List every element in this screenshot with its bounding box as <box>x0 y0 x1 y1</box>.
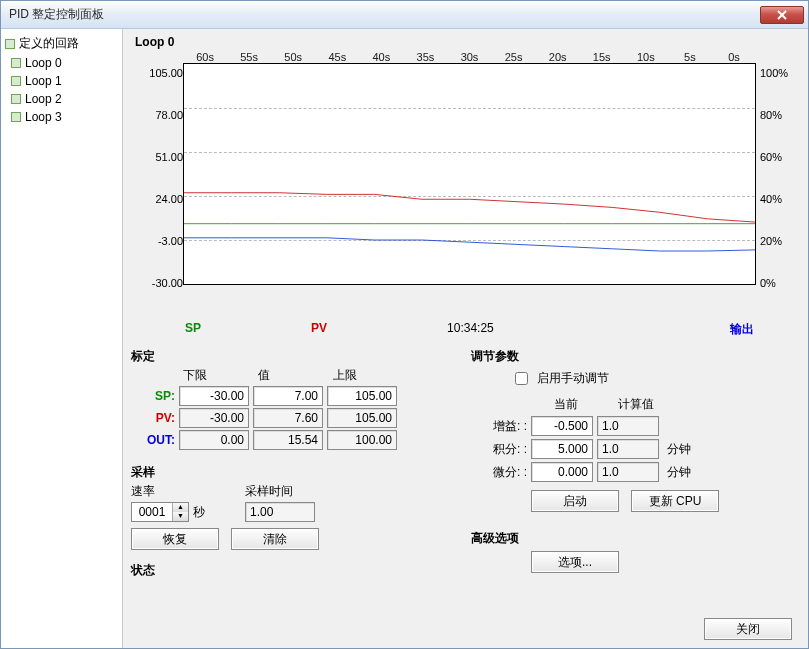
scaling-col-val: 值 <box>254 367 329 384</box>
pv-lo-field <box>179 408 249 428</box>
sidebar-item-loop-1[interactable]: Loop 1 <box>3 72 120 90</box>
y-right-tick: 40% <box>756 193 798 235</box>
close-icon <box>776 10 788 20</box>
rate-input[interactable] <box>132 503 172 521</box>
sidebar-item-loop-3[interactable]: Loop 3 <box>3 108 120 126</box>
y-left-tick: 24.00 <box>131 193 183 235</box>
y-left-tick: 105.00 <box>131 67 183 109</box>
x-tick: 30s <box>447 51 491 63</box>
pv-hi-field <box>327 408 397 428</box>
pv-val-field <box>253 408 323 428</box>
y-right-tick: 60% <box>756 151 798 193</box>
derivative-current-input[interactable] <box>531 462 593 482</box>
start-button[interactable]: 启动 <box>531 490 619 512</box>
x-tick: 0s <box>712 51 756 63</box>
sidebar-item-loop-2[interactable]: Loop 2 <box>3 90 120 108</box>
gain-label: 增益: : <box>471 418 531 435</box>
integral-label: 积分: : <box>471 441 531 458</box>
loop-status-icon <box>11 94 21 104</box>
sidebar-item-label: Loop 2 <box>25 92 62 106</box>
sampling-title: 采样 <box>131 464 431 481</box>
sidebar-item-label: Loop 1 <box>25 74 62 88</box>
sample-time-label: 采样时间 <box>245 483 315 500</box>
window-title: PID 整定控制面板 <box>5 6 760 23</box>
sidebar-item-label: Loop 0 <box>25 56 62 70</box>
legend-sp: SP <box>185 321 201 338</box>
x-tick: 45s <box>315 51 359 63</box>
y-right-tick: 100% <box>756 67 798 109</box>
titlebar[interactable]: PID 整定控制面板 <box>1 1 808 29</box>
trend-chart: 105.0078.0051.0024.00-3.00-30.00 60s55s5… <box>131 51 798 319</box>
status-title: 状态 <box>131 562 431 579</box>
legend-output: 输出 <box>730 321 796 338</box>
loop-status-icon <box>5 39 15 49</box>
update-cpu-button[interactable]: 更新 CPU <box>631 490 719 512</box>
tuning-col-calc: 计算值 <box>601 396 671 413</box>
x-tick: 60s <box>183 51 227 63</box>
pid-panel-window: PID 整定控制面板 定义的回路 Loop 0Loop 1Loop 2Loop … <box>0 0 809 649</box>
legend-pv: PV <box>311 321 327 338</box>
window-close-button[interactable] <box>760 6 804 24</box>
gain-current-input[interactable] <box>531 416 593 436</box>
series-out_pct <box>184 238 755 251</box>
y-right-tick: 20% <box>756 235 798 277</box>
gain-calc-field <box>597 416 659 436</box>
chart-legend: SP PV 10:34:25 输出 <box>131 319 798 344</box>
x-tick: 5s <box>668 51 712 63</box>
loop-status-icon <box>11 76 21 86</box>
sp-hi-input[interactable] <box>327 386 397 406</box>
sidebar-item-label: Loop 3 <box>25 110 62 124</box>
integral-unit: 分钟 <box>659 441 695 458</box>
sidebar-item-loop-0[interactable]: Loop 0 <box>3 54 120 72</box>
series-pv <box>184 193 755 222</box>
x-tick: 40s <box>359 51 403 63</box>
integral-calc-field <box>597 439 659 459</box>
advanced-title: 高级选项 <box>471 530 798 547</box>
sidebar-header: 定义的回路 <box>3 33 120 54</box>
x-tick: 25s <box>492 51 536 63</box>
sample-time-field <box>245 502 315 522</box>
y-left-tick: 51.00 <box>131 151 183 193</box>
derivative-calc-field <box>597 462 659 482</box>
y-left-tick: -30.00 <box>131 277 183 319</box>
resume-button[interactable]: 恢复 <box>131 528 219 550</box>
y-right-tick: 0% <box>756 277 798 319</box>
x-tick: 35s <box>403 51 447 63</box>
rate-unit: 秒 <box>193 504 205 521</box>
derivative-label: 微分: : <box>471 464 531 481</box>
y-left-tick: -3.00 <box>131 235 183 277</box>
x-tick: 10s <box>624 51 668 63</box>
manual-tune-checkbox[interactable] <box>515 372 528 385</box>
loop-title: Loop 0 <box>131 35 798 49</box>
scaling-col-lo: 下限 <box>179 367 254 384</box>
scaling-col-hi: 上限 <box>329 367 404 384</box>
out-hi-field <box>327 430 397 450</box>
derivative-unit: 分钟 <box>659 464 695 481</box>
out-label: OUT: <box>131 433 179 447</box>
sp-lo-input[interactable] <box>179 386 249 406</box>
rate-up-icon[interactable]: ▲ <box>173 503 188 512</box>
integral-current-input[interactable] <box>531 439 593 459</box>
close-button[interactable]: 关闭 <box>704 618 792 640</box>
tuning-title: 调节参数 <box>471 348 798 365</box>
out-lo-field <box>179 430 249 450</box>
rate-label: 速率 <box>131 483 205 500</box>
x-tick: 15s <box>580 51 624 63</box>
x-tick: 50s <box>271 51 315 63</box>
rate-down-icon[interactable]: ▼ <box>173 512 188 521</box>
out-val-field <box>253 430 323 450</box>
scaling-title: 标定 <box>131 348 431 365</box>
sp-label: SP: <box>131 389 179 403</box>
tuning-col-current: 当前 <box>531 396 601 413</box>
y-right-tick: 80% <box>756 109 798 151</box>
options-button[interactable]: 选项... <box>531 551 619 573</box>
legend-timestamp: 10:34:25 <box>447 321 494 338</box>
clear-button[interactable]: 清除 <box>231 528 319 550</box>
sidebar-header-label: 定义的回路 <box>19 35 79 52</box>
x-tick: 55s <box>227 51 271 63</box>
sp-val-input[interactable] <box>253 386 323 406</box>
pv-label: PV: <box>131 411 179 425</box>
rate-stepper[interactable]: ▲▼ <box>131 502 189 522</box>
loop-status-icon <box>11 58 21 68</box>
y-left-tick: 78.00 <box>131 109 183 151</box>
